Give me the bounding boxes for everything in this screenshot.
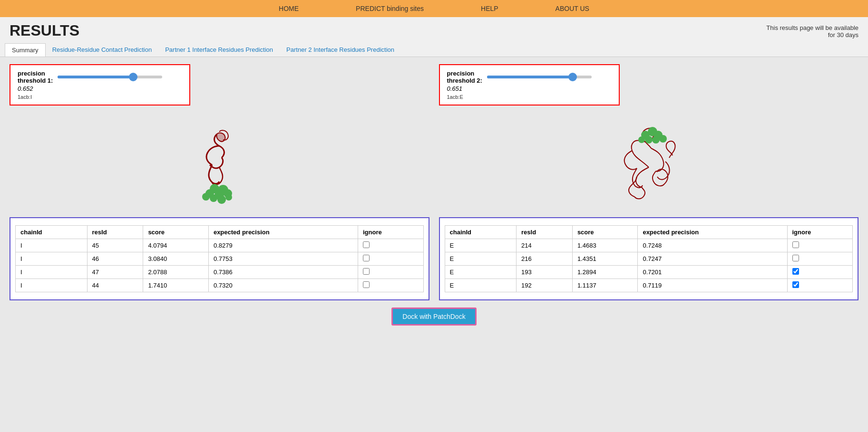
cell-exp-prec: 0.7119 — [638, 279, 787, 292]
nav-predict[interactable]: PREDICT binding sites — [356, 5, 424, 12]
precision-row-2: precision threshold 2: — [447, 70, 612, 84]
cell-exp-prec: 0.7247 — [638, 252, 787, 266]
precision-col-right: precision threshold 2: 0.651 1acb:E — [439, 64, 859, 113]
tab-partner1[interactable]: Partner 1 Interface Residues Prediction — [158, 43, 280, 57]
precision-row-1: precision threshold 1: — [18, 70, 182, 84]
table-row: I 45 4.0794 0.8279 — [16, 239, 424, 252]
ignore-checkbox[interactable] — [363, 255, 370, 261]
precision-value-2: 0.651 — [447, 85, 612, 92]
cell-ignore[interactable] — [787, 279, 853, 292]
ignore-checkbox[interactable] — [792, 281, 799, 288]
cell-score: 2.0788 — [143, 266, 209, 279]
cell-ignore[interactable] — [358, 239, 424, 252]
slider-thumb-2[interactable] — [568, 73, 577, 81]
cell-resid: 45 — [87, 239, 143, 252]
cell-chainid: E — [445, 239, 517, 252]
table1-col-resid: resId — [87, 226, 143, 239]
protein-img-1 — [10, 117, 429, 212]
cell-chainid: I — [16, 279, 88, 292]
nav-help[interactable]: HELP — [481, 5, 498, 12]
cell-chainid: E — [445, 279, 517, 292]
cell-ignore[interactable] — [358, 252, 424, 266]
precision-label-2: precision threshold 2: — [447, 70, 482, 84]
table-wrapper-1: chainId resId score expected precision i… — [10, 217, 429, 300]
data-table-1: chainId resId score expected precision i… — [15, 225, 424, 292]
dock-button[interactable]: Dock with PatchDock — [391, 307, 476, 326]
cell-exp-prec: 0.7753 — [208, 252, 358, 266]
table1-col-exp-prec: expected precision — [208, 226, 358, 239]
data-table-2: chainId resId score expected precision i… — [445, 225, 853, 292]
table-wrapper-2: chainId resId score expected precision i… — [439, 217, 859, 300]
chain-label-2: 1acb:E — [447, 94, 612, 100]
tab-residue-contact[interactable]: Residue-Residue Contact Prediction — [46, 43, 159, 57]
cell-resid: 216 — [517, 252, 573, 266]
chain-label-1: 1acb:I — [18, 94, 182, 100]
cell-score: 1.7410 — [143, 279, 209, 292]
protein-images — [10, 117, 858, 212]
navigation: HOME PREDICT binding sites HELP ABOUT US — [0, 0, 868, 17]
main-content: precision threshold 1: 0.652 1acb:I — [0, 57, 868, 333]
cell-ignore[interactable] — [787, 252, 853, 266]
table2-col-chainid: chainId — [445, 226, 517, 239]
precision-value-1: 0.652 — [18, 85, 182, 92]
svg-point-8 — [225, 194, 232, 201]
table-row: I 47 2.0788 0.7386 — [16, 266, 424, 279]
cell-ignore[interactable] — [358, 266, 424, 279]
cell-exp-prec: 0.7248 — [638, 239, 787, 252]
cell-score: 1.4351 — [572, 252, 638, 266]
cell-exp-prec: 0.7201 — [638, 266, 787, 279]
precision-box-1: precision threshold 1: 0.652 1acb:I — [10, 64, 190, 106]
page-title: RESULTS — [10, 22, 79, 39]
ignore-checkbox[interactable] — [363, 281, 370, 288]
cell-ignore[interactable] — [358, 279, 424, 292]
svg-point-6 — [217, 195, 226, 204]
ignore-checkbox[interactable] — [792, 268, 799, 275]
table2-col-score: score — [572, 226, 638, 239]
table-row: E 193 1.2894 0.7201 — [445, 266, 853, 279]
table-scroll-1[interactable]: chainId resId score expected precision i… — [15, 225, 424, 292]
cell-chainid: I — [16, 266, 88, 279]
table-row: E 216 1.4351 0.7247 — [445, 252, 853, 266]
tables-section: chainId resId score expected precision i… — [10, 217, 858, 300]
svg-point-7 — [202, 193, 210, 201]
tab-partner2[interactable]: Partner 2 Interface Residues Prediction — [280, 43, 401, 57]
table1-col-ignore: ignore — [358, 226, 424, 239]
cell-resid: 44 — [87, 279, 143, 292]
cell-score: 1.4683 — [572, 239, 638, 252]
header-area: RESULTS This results page will be availa… — [0, 17, 868, 39]
table-row: E 192 1.1137 0.7119 — [445, 279, 853, 292]
cell-resid: 192 — [517, 279, 573, 292]
cell-resid: 214 — [517, 239, 573, 252]
cell-chainid: I — [16, 252, 88, 266]
svg-point-5 — [210, 194, 217, 202]
svg-point-12 — [645, 136, 653, 144]
svg-point-14 — [638, 136, 645, 143]
slider-thumb-1[interactable] — [129, 73, 137, 81]
cell-ignore[interactable] — [787, 239, 853, 252]
cell-ignore[interactable] — [787, 266, 853, 279]
cell-score: 4.0794 — [143, 239, 209, 252]
table-scroll-2[interactable]: chainId resId score expected precision i… — [445, 225, 853, 292]
ignore-checkbox[interactable] — [792, 255, 799, 261]
cell-resid: 47 — [87, 266, 143, 279]
cell-score: 3.0840 — [143, 252, 209, 266]
ignore-checkbox[interactable] — [363, 268, 370, 275]
slider-container-2 — [487, 76, 612, 78]
precision-col-left: precision threshold 1: 0.652 1acb:I — [10, 64, 429, 113]
ignore-checkbox[interactable] — [792, 241, 799, 248]
slider-fill-2 — [487, 76, 573, 78]
svg-point-13 — [652, 136, 660, 144]
svg-point-15 — [659, 135, 667, 143]
table-row: I 44 1.7410 0.7320 — [16, 279, 424, 292]
nav-about[interactable]: ABOUT US — [556, 5, 589, 12]
dock-button-area: Dock with PatchDock — [10, 307, 858, 326]
cell-score: 1.1137 — [572, 279, 638, 292]
table2-col-exp-prec: expected precision — [638, 226, 787, 239]
cell-exp-prec: 0.8279 — [208, 239, 358, 252]
precision-row: precision threshold 1: 0.652 1acb:I — [10, 64, 858, 113]
table2-col-resid: resId — [517, 226, 573, 239]
ignore-checkbox[interactable] — [363, 241, 370, 248]
tab-summary[interactable]: Summary — [5, 43, 46, 57]
table1-col-chainid: chainId — [16, 226, 88, 239]
nav-home[interactable]: HOME — [279, 5, 299, 12]
